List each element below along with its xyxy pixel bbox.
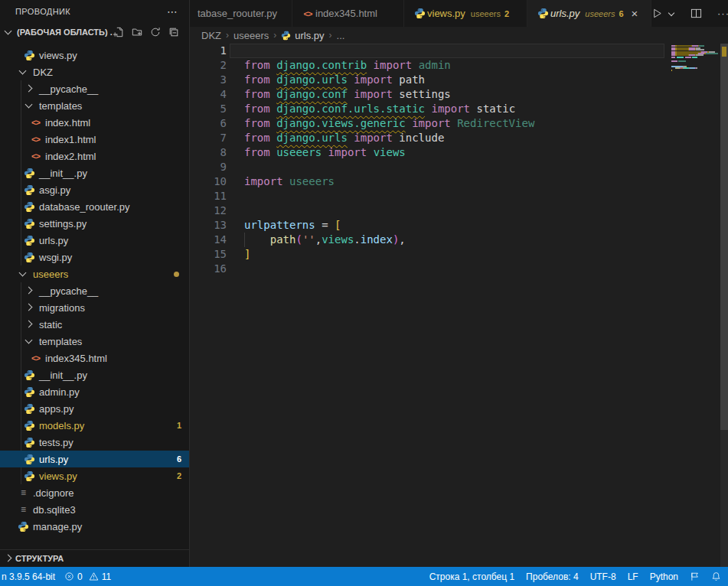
tree-item-database-roouter-py[interactable]: database_roouter.py <box>0 198 189 215</box>
line-text: path('',views.index), <box>244 233 406 247</box>
line-number: 14 <box>190 233 227 247</box>
tree-item-templates[interactable]: templates <box>0 97 189 114</box>
code-line-16: 16 <box>190 262 670 276</box>
feedback-icon[interactable] <box>690 571 700 581</box>
chevron-down-icon[interactable] <box>17 66 30 78</box>
tree-item-static[interactable]: static <box>0 316 189 333</box>
line-number: 15 <box>190 247 227 262</box>
tree-item-db-sqlite3[interactable]: ≡db.sqlite3 <box>0 501 189 518</box>
line-number: 7 <box>190 131 227 145</box>
tree-item-label: index.html <box>45 117 90 129</box>
explorer-more-actions-icon[interactable]: ⋯ <box>167 5 178 18</box>
tree-item-label: __pycache__ <box>39 285 98 297</box>
tab-label: views.py <box>427 8 465 19</box>
scrollbar[interactable] <box>720 44 728 567</box>
html-icon: <> <box>29 353 42 363</box>
line-number: 4 <box>190 87 227 102</box>
collapse-all-icon[interactable] <box>168 26 180 38</box>
tree-item-settings-py[interactable]: settings.py <box>0 215 189 232</box>
breadcrumb-item-useeers[interactable]: useeers <box>233 30 269 41</box>
html-icon: <> <box>29 118 42 127</box>
minimap[interactable] <box>670 44 720 135</box>
tree-item-views-py[interactable]: views.py2 <box>0 467 189 484</box>
eol-status[interactable]: LF <box>628 571 638 582</box>
chevron-right-icon[interactable] <box>23 301 36 314</box>
language-mode-status[interactable]: Python <box>650 571 678 582</box>
tree-item-label: asgi.py <box>39 184 70 196</box>
tree-item-views-py[interactable]: views.py <box>0 47 189 63</box>
chevron-right-icon[interactable] <box>23 318 36 330</box>
scrollbar-slider[interactable] <box>720 44 728 430</box>
chevron-down-icon[interactable] <box>17 268 30 280</box>
tree-item-templates[interactable]: templates <box>0 333 189 350</box>
refresh-icon[interactable] <box>149 26 162 38</box>
close-icon[interactable]: × <box>632 8 638 19</box>
run-dropdown-chevron-icon[interactable] <box>668 10 675 18</box>
tree-item-admin-py[interactable]: admin.py <box>0 383 189 400</box>
split-editor-button[interactable] <box>690 8 702 19</box>
line-text: import useeers <box>244 174 335 189</box>
encoding-status[interactable]: UTF-8 <box>590 571 616 582</box>
outline-section-header[interactable]: СТРУКТУРА <box>0 549 189 567</box>
line-number: 9 <box>190 160 227 174</box>
tree-item--init-py[interactable]: __init__.py <box>0 164 189 181</box>
breadcrumb-separator: › <box>273 30 276 41</box>
tab-description: useeers <box>471 9 501 18</box>
problems-badge: 1 <box>177 421 181 430</box>
new-file-icon[interactable] <box>113 26 125 38</box>
run-python-file-button[interactable] <box>651 8 663 19</box>
tree-item-index2-html[interactable]: <>index2.html <box>0 148 189 164</box>
line-number: 10 <box>190 174 227 189</box>
chevron-right-icon[interactable] <box>23 285 36 297</box>
notifications-bell-icon[interactable] <box>711 571 721 581</box>
python-icon <box>23 235 36 246</box>
tree-item-manage-py[interactable]: manage.py <box>0 518 189 535</box>
tree-item-apps-py[interactable]: apps.py <box>0 400 189 417</box>
workspace-section-header[interactable]: (РАБОЧАЯ ОБЛАСТЬ) ... <box>0 23 189 41</box>
problems-status[interactable]: 0 11 <box>64 571 114 582</box>
more-actions-button[interactable]: ··· <box>717 8 728 19</box>
tree-item-label: index345.html <box>45 353 107 364</box>
code-editor[interactable]: 12from django.contrib import admin3from … <box>190 44 728 567</box>
chevron-right-icon[interactable] <box>2 552 15 565</box>
tree-item-models-py[interactable]: models.py1 <box>0 417 189 434</box>
tree-item--pycache-[interactable]: __pycache__ <box>0 80 189 97</box>
new-folder-icon[interactable] <box>131 26 143 38</box>
line-number: 8 <box>190 145 227 160</box>
tree-item-wsgi-py[interactable]: wsgi.py <box>0 249 189 265</box>
tree-item-migrations[interactable]: migrations <box>0 299 189 316</box>
tree-item-urls-py[interactable]: urls.py <box>0 232 189 249</box>
breadcrumb-item-file[interactable]: urls.py <box>281 30 324 41</box>
tree-item--pycache-[interactable]: __pycache__ <box>0 282 189 299</box>
python-interpreter-status[interactable]: n 3.9.5 64-bit <box>2 571 55 582</box>
tree-item-dkz[interactable]: DKZ <box>0 63 189 80</box>
tree-item-index1-html[interactable]: <>index1.html <box>0 131 189 148</box>
tree-item-index345-html[interactable]: <>index345.html <box>0 350 189 366</box>
chevron-down-icon[interactable] <box>2 26 15 38</box>
tree-item-urls-py[interactable]: urls.py6 <box>0 451 189 467</box>
line-number: 11 <box>190 189 227 203</box>
tab-urls-py[interactable]: urls.pyuseeers6× <box>527 0 651 27</box>
tab-tabase-roouter-py[interactable]: tabase_roouter.py <box>190 0 292 27</box>
cursor-position-status[interactable]: Строка 1, столбец 1 <box>429 571 514 582</box>
tree-item--dcignore[interactable]: ≡.dcignore <box>0 484 189 501</box>
breadcrumb-item-symbols[interactable]: ... <box>337 30 345 41</box>
tab-index345-html[interactable]: <>index345.html <box>292 0 404 27</box>
tab-views-py[interactable]: views.pyuseeers2 <box>404 0 527 27</box>
tree-item-tests-py[interactable]: tests.py <box>0 434 189 451</box>
tree-item--init-py[interactable]: __init__.py <box>0 366 189 383</box>
chevron-right-icon[interactable] <box>23 83 36 95</box>
indentation-status[interactable]: Пробелов: 4 <box>526 571 579 582</box>
tree-item-label: index2.html <box>45 151 96 162</box>
tree-item-label: static <box>39 319 62 330</box>
python-icon <box>23 470 36 482</box>
tab-bar: tabase_roouter.py<>index345.htmlviews.py… <box>190 0 728 27</box>
tree-item-useeers[interactable]: useeers <box>0 265 189 282</box>
tree-item-index-html[interactable]: <>index.html <box>0 114 189 131</box>
tree-item-label: admin.py <box>39 386 80 398</box>
tree-item-label: DKZ <box>33 67 53 78</box>
tree-item-asgi-py[interactable]: asgi.py <box>0 181 189 198</box>
breadcrumb-item-dkz[interactable]: DKZ <box>201 30 221 41</box>
chevron-down-icon[interactable] <box>23 335 36 347</box>
chevron-down-icon[interactable] <box>23 99 36 112</box>
